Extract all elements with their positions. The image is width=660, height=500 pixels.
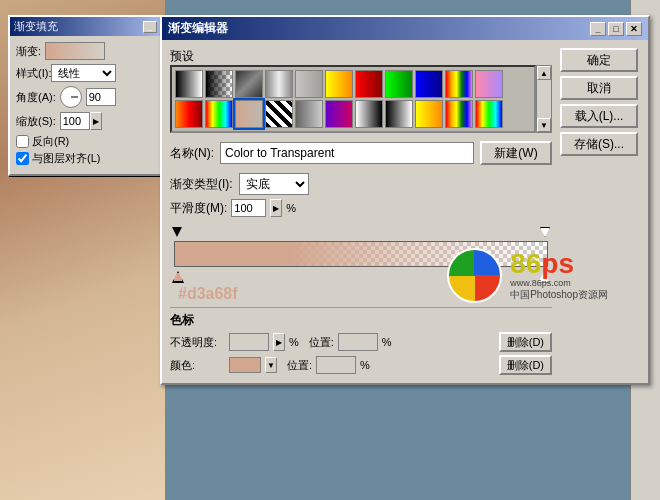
watermark: 86ps www.86ps.com 中国Photoshop资源网 <box>447 248 608 303</box>
angle-knob[interactable] <box>60 86 82 108</box>
style-row: 样式(I): 线性 <box>16 64 155 82</box>
presets-label: 预设 <box>170 49 194 63</box>
presets-wrapper: ▲ ▼ <box>170 65 552 133</box>
list-item[interactable] <box>175 70 203 98</box>
smooth-input[interactable] <box>231 199 266 217</box>
scroll-down-btn[interactable]: ▼ <box>537 118 551 132</box>
win-minimize-btn[interactable]: _ <box>590 22 606 36</box>
scroll-up-btn[interactable]: ▲ <box>537 66 551 80</box>
layer-align-checkbox[interactable] <box>16 152 29 165</box>
scale-arrow-btn[interactable]: ▶ <box>90 112 102 130</box>
list-item[interactable] <box>235 100 263 128</box>
watermark-ps: ps <box>541 248 574 279</box>
opacity-delete-btn[interactable]: 删除(D) <box>499 332 552 352</box>
titlebar-buttons: _ <box>143 21 157 33</box>
scale-input[interactable] <box>60 112 90 130</box>
opacity-row: 不透明度: ▶ % 位置: % 删除(D) <box>170 332 552 352</box>
ok-btn[interactable]: 确定 <box>560 48 638 72</box>
list-item[interactable] <box>175 100 203 128</box>
minimize-btn[interactable]: _ <box>143 21 157 33</box>
presets-grid <box>170 65 536 133</box>
smooth-arrow-btn[interactable]: ▶ <box>270 199 282 217</box>
reverse-checkbox[interactable] <box>16 135 29 148</box>
color-row: 颜色: ▼ 位置: % 删除(D) <box>170 355 552 375</box>
opacity-stop-left[interactable] <box>172 227 182 237</box>
win-maximize-btn[interactable]: □ <box>608 22 624 36</box>
color-stop-title: 色标 <box>170 312 552 329</box>
win-close-btn[interactable]: ✕ <box>626 22 642 36</box>
gradient-label: 渐变: <box>16 44 41 59</box>
name-row: 名称(N): 新建(W) <box>170 141 552 165</box>
type-label: 渐变类型(I): <box>170 176 233 193</box>
save-btn[interactable]: 存储(S)... <box>560 132 638 156</box>
gradient-editor-dialog: 渐变编辑器 _ □ ✕ 预设 <box>160 15 650 385</box>
smooth-label: 平滑度(M): <box>170 200 227 217</box>
color-stop-section: 色标 不透明度: ▶ % 位置: % 删除(D) 颜色: ▼ <box>170 307 552 375</box>
load-btn[interactable]: 载入(L)... <box>560 104 638 128</box>
reverse-row: 反向(R) <box>16 134 155 149</box>
opacity-slider-btn[interactable]: ▶ <box>273 333 285 351</box>
list-item[interactable] <box>445 70 473 98</box>
angle-row: 角度(A): <box>16 86 155 108</box>
list-item[interactable] <box>355 70 383 98</box>
new-btn[interactable]: 新建(W) <box>480 141 552 165</box>
color-dropdown-btn[interactable]: ▼ <box>265 357 277 373</box>
color-label: 颜色: <box>170 358 225 373</box>
color-pos-input[interactable] <box>316 356 356 374</box>
opacity-unit: % <box>289 336 299 348</box>
list-item[interactable] <box>295 100 323 128</box>
list-item[interactable] <box>415 100 443 128</box>
list-item[interactable] <box>325 70 353 98</box>
opacity-stop-right[interactable] <box>540 227 550 237</box>
gradient-fill-titlebar: 渐变填充 _ <box>10 17 161 36</box>
cancel-btn[interactable]: 取消 <box>560 76 638 100</box>
editor-left: 预设 <box>170 48 552 375</box>
list-item[interactable] <box>205 70 233 98</box>
watermark-86: 86 <box>510 248 541 279</box>
win-buttons: _ □ ✕ <box>590 22 642 36</box>
angle-input[interactable] <box>86 88 116 106</box>
style-select[interactable]: 线性 <box>51 64 116 82</box>
color-swatch[interactable] <box>229 357 261 373</box>
opacity-pos-label: 位置: <box>309 335 334 350</box>
opacity-input[interactable] <box>229 333 269 351</box>
list-item[interactable] <box>325 100 353 128</box>
presets-scrollbar[interactable]: ▲ ▼ <box>536 65 552 133</box>
watermark-site: www.86ps.com <box>510 278 608 288</box>
list-item[interactable] <box>385 100 413 128</box>
color-stop-left[interactable] <box>172 271 184 283</box>
list-item[interactable] <box>475 70 503 98</box>
layer-align-label: 与图层对齐(L) <box>32 151 100 166</box>
gradient-fill-dialog: 渐变填充 _ 渐变: 样式(I): 线性 角度(A): 缩放(S): ▶ <box>8 15 163 176</box>
name-label: 名称(N): <box>170 145 214 162</box>
list-item[interactable] <box>265 70 293 98</box>
gradient-preview-small[interactable] <box>45 42 105 60</box>
style-label: 样式(I): <box>16 66 51 81</box>
list-item[interactable] <box>295 70 323 98</box>
watermark-logo: 86ps <box>510 250 608 278</box>
type-select[interactable]: 实底 <box>239 173 309 195</box>
list-item[interactable] <box>415 70 443 98</box>
list-item[interactable] <box>205 100 233 128</box>
list-item[interactable] <box>355 100 383 128</box>
gradient-fill-body: 渐变: 样式(I): 线性 角度(A): 缩放(S): ▶ 反向(R) <box>10 36 161 174</box>
watermark-brand: 中国Photoshop资源网 <box>510 288 608 302</box>
list-item[interactable] <box>385 70 413 98</box>
editor-content: 预设 <box>162 40 648 383</box>
smooth-unit: % <box>286 202 296 214</box>
color-pos-label: 位置: <box>287 358 312 373</box>
list-item[interactable] <box>475 100 503 128</box>
name-input[interactable] <box>220 142 474 164</box>
opacity-stops <box>174 225 548 239</box>
reverse-label: 反向(R) <box>32 134 69 149</box>
presets-section: 预设 <box>170 48 552 133</box>
color-delete-btn[interactable]: 删除(D) <box>499 355 552 375</box>
opacity-pos-unit: % <box>382 336 392 348</box>
list-item[interactable] <box>235 70 263 98</box>
opacity-pos-input[interactable] <box>338 333 378 351</box>
gradient-editor-title: 渐变编辑器 <box>168 20 228 37</box>
list-item[interactable] <box>265 100 293 128</box>
gradient-fill-title: 渐变填充 <box>14 19 58 34</box>
list-item[interactable] <box>445 100 473 128</box>
opacity-label: 不透明度: <box>170 335 225 350</box>
